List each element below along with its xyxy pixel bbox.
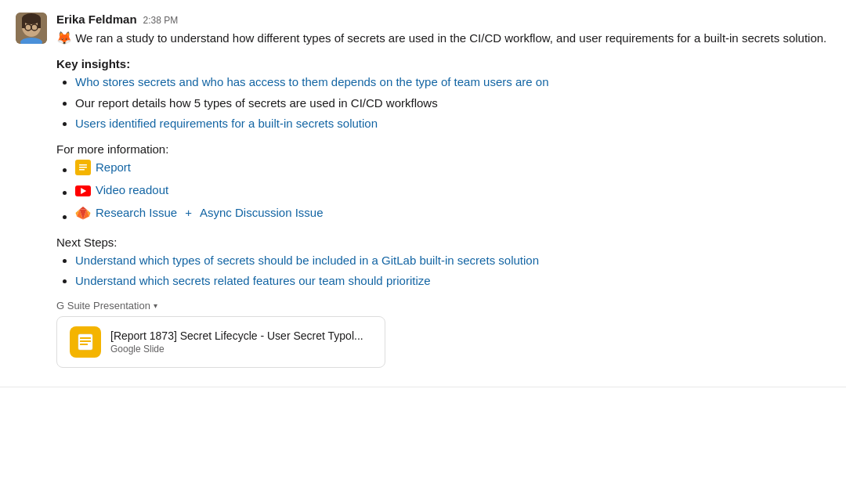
attachment-type: G Suite Presentation: [56, 300, 150, 311]
resources-list: Report Video readout: [56, 159, 830, 226]
attachment-card[interactable]: [Report 1873] Secret Lifecycle - User Se…: [56, 316, 385, 368]
svg-rect-16: [80, 340, 91, 342]
insights-list: Who stores secrets and who has access to…: [56, 74, 830, 133]
gitlab-icon: [75, 205, 91, 221]
video-link-item: Video readout: [75, 182, 168, 200]
card-title: [Report 1873] Secret Lifecycle - User Se…: [110, 329, 363, 342]
key-insights-label: Key insights:: [56, 57, 830, 70]
insight-link-3[interactable]: Users identified requirements for a buil…: [75, 117, 378, 130]
intro-emoji: 🦊: [56, 31, 72, 45]
for-more-label: For more information:: [56, 142, 830, 156]
list-item: Users identified requirements for a buil…: [75, 115, 830, 133]
plus-separator: +: [185, 204, 192, 222]
google-slides-icon: [75, 160, 91, 175]
list-item: Report: [75, 159, 830, 179]
video-link[interactable]: Video readout: [96, 182, 168, 200]
list-item: Understand which types of secrets should…: [75, 252, 830, 270]
svg-rect-15: [80, 337, 91, 339]
list-item: Research Issue + Async Discussion Issue: [75, 204, 830, 226]
insight-link-1[interactable]: Who stores secrets and who has access to…: [75, 75, 549, 88]
message-header: Erika Feldman 2:38 PM: [56, 13, 830, 26]
list-item: Video readout: [75, 182, 830, 201]
svg-rect-13: [79, 169, 85, 171]
report-link-item: Report: [75, 159, 131, 177]
chevron-down-icon: ▾: [154, 301, 157, 310]
card-subtitle: Google Slide: [110, 344, 363, 355]
message-body: Erika Feldman 2:38 PM 🦊 We ran a study t…: [56, 13, 830, 368]
avatar: [16, 13, 47, 44]
timestamp: 2:38 PM: [143, 15, 179, 26]
list-item: Understand which secrets related feature…: [75, 272, 830, 290]
card-content: [Report 1873] Secret Lifecycle - User Se…: [110, 329, 363, 355]
message-container: Erika Feldman 2:38 PM 🦊 We ran a study t…: [0, 0, 846, 380]
attachment-label: G Suite Presentation ▾: [56, 300, 830, 311]
intro-text: 🦊 We ran a study to understand how diffe…: [56, 29, 830, 48]
card-google-slides-icon: [70, 326, 101, 358]
svg-rect-17: [80, 344, 88, 345]
next-step-link-2[interactable]: Understand which secrets related feature…: [75, 274, 431, 287]
list-item: Our report details how 5 types of secret…: [75, 95, 830, 113]
next-step-link-1[interactable]: Understand which types of secrets should…: [75, 254, 539, 267]
svg-rect-12: [79, 167, 87, 168]
next-steps-list: Understand which types of secrets should…: [56, 252, 830, 290]
intro-body: We ran a study to understand how differe…: [75, 31, 826, 45]
async-discussion-link[interactable]: Async Discussion Issue: [200, 204, 324, 222]
youtube-icon: [75, 185, 91, 196]
username: Erika Feldman: [56, 13, 137, 26]
svg-rect-11: [79, 164, 87, 166]
research-issue-link[interactable]: Research Issue: [96, 204, 177, 222]
next-steps-label: Next Steps:: [56, 236, 830, 249]
report-link[interactable]: Report: [96, 159, 131, 177]
insight-text-2: Our report details how 5 types of secret…: [75, 96, 438, 110]
list-item: Who stores secrets and who has access to…: [75, 74, 830, 92]
research-link-item: Research Issue + Async Discussion Issue: [75, 204, 324, 222]
bottom-divider: [0, 387, 846, 387]
